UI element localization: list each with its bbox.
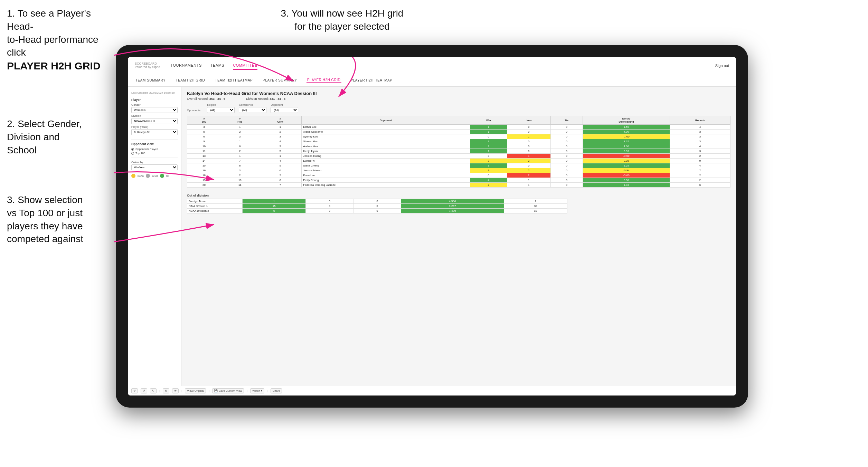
col-tie: Tie: [550, 116, 583, 125]
toolbar-view-original[interactable]: View: Original: [185, 388, 206, 393]
nav-sign-out[interactable]: Sign out: [715, 64, 729, 68]
cell-div: 16: [187, 168, 221, 173]
cell-win: 0: [470, 154, 507, 159]
cell-diff: 1.25: [583, 163, 670, 168]
cell-div: 5: [187, 130, 221, 134]
toolbar-sep4: |: [247, 389, 247, 392]
filter-region-group: Region (All): [207, 103, 235, 113]
cell-diff: -1.00: [583, 134, 670, 139]
cell-tie: 0: [550, 154, 583, 159]
col-loss: Loss: [507, 116, 550, 125]
main-content: Last Updated: 27/03/2024 16:55:38 Player…: [128, 87, 736, 386]
ood-label: NAIA Division 1: [187, 204, 243, 209]
cell-div: 19: [187, 178, 221, 183]
cell-conf: 7: [259, 183, 302, 188]
filter-region-select[interactable]: (All): [207, 107, 235, 113]
cell-loss: 1: [507, 178, 550, 183]
col-diff: Diff AvStrokes/Rnd: [583, 116, 670, 125]
col-reg: #Reg: [221, 116, 259, 125]
ood-table-row: Foreign Team 1 0 0 4.500 2: [187, 199, 567, 204]
filter-region-label: Region: [207, 103, 235, 106]
filter-conference-group: Conference (All): [239, 103, 266, 113]
ood-rounds: 10: [504, 209, 567, 213]
cell-div: 10: [187, 144, 221, 149]
radio-top100[interactable]: Top 100: [131, 152, 178, 155]
nav-links: TOURNAMENTS TEAMS COMMITTEE: [171, 61, 715, 70]
nav-tournaments[interactable]: TOURNAMENTS: [171, 61, 202, 70]
toolbar-undo2[interactable]: ↺: [141, 388, 147, 393]
subnav-player-h2h-heatmap[interactable]: PLAYER H2H HEATMAP: [350, 78, 393, 82]
sidebar-gender-select[interactable]: Women's: [131, 107, 178, 113]
cell-conf: 2: [259, 130, 302, 134]
cell-opponent: Sydney Kuo: [302, 134, 470, 139]
instruction-mid-line3: School: [7, 145, 37, 155]
cell-rounds: 2: [670, 173, 730, 178]
toolbar-refresh[interactable]: ⟳: [172, 388, 179, 393]
cell-win: 1: [470, 168, 507, 173]
toolbar-settings[interactable]: ⚙: [163, 388, 169, 393]
cell-div: 20: [187, 183, 221, 188]
nav-committee[interactable]: COMMITTEE: [233, 61, 257, 70]
cell-tie: 0: [550, 139, 583, 144]
subnav-team-summary[interactable]: TEAM SUMMARY: [135, 78, 167, 82]
cell-diff: 1.50: [583, 125, 670, 130]
instruction-bottom-line2: vs Top 100 or just: [7, 208, 83, 218]
instruction-line2: to-Head performance click: [7, 34, 98, 58]
toolbar-share[interactable]: Share: [271, 388, 282, 393]
radio-opponents-played[interactable]: Opponents Played: [131, 147, 178, 151]
toolbar-undo[interactable]: ↺: [131, 388, 138, 393]
sidebar-timestamp: Last Updated: 27/03/2024 16:55:38: [131, 91, 178, 95]
cell-rounds: 4: [670, 125, 730, 130]
division-record: Division Record: 331 - 34 - 6: [246, 97, 285, 101]
legend-down-dot: [131, 174, 135, 178]
cell-win: 2: [470, 144, 507, 149]
table-row: 20 11 7 Federica Domecq Lacroze 2 1 0 1.…: [187, 183, 730, 188]
cell-opponent: Emily Chang: [302, 178, 470, 183]
subnav-player-summary[interactable]: PLAYER SUMMARY: [262, 78, 298, 82]
h2h-table: #Div #Reg #Conf Opponent Win Loss Tie Di…: [187, 116, 730, 188]
filter-opponent-select[interactable]: (All): [271, 107, 298, 113]
table-row: 13 1 1 Jessica Huang 0 1 0 -3.00 2: [187, 154, 730, 159]
toolbar-sep3: |: [209, 389, 209, 392]
cell-rounds: 4: [670, 163, 730, 168]
cell-tie: 0: [550, 125, 583, 130]
cell-reg: 3: [221, 168, 259, 173]
subnav-team-h2h-grid[interactable]: TEAM H2H GRID: [175, 78, 206, 82]
cell-opponent: Esther Lee: [302, 125, 470, 130]
toolbar-save-custom[interactable]: 💾 Save Custom View: [212, 388, 244, 393]
toolbar-redo[interactable]: ↻: [150, 388, 157, 393]
cell-diff: 3.33: [583, 149, 670, 154]
logo-sub: Powered by clippd: [135, 66, 160, 69]
instruction-bold: PLAYER H2H GRID: [7, 60, 101, 72]
cell-reg: 3: [221, 134, 259, 139]
filter-conference-select[interactable]: (All): [239, 107, 266, 113]
cell-conf: 3: [259, 144, 302, 149]
cell-conf: 6: [259, 168, 302, 173]
legend-down-label: Down: [138, 175, 144, 177]
cell-conf: 4: [259, 139, 302, 144]
sidebar-opponent-view-title: Opponent view: [131, 142, 178, 146]
instruction-mid-line1: 2. Select Gender,: [7, 118, 82, 129]
sidebar-gender-label: Gender: [131, 103, 178, 106]
colour-legend: Down Level Up: [131, 174, 178, 178]
ood-label: NCAA Division 2: [187, 209, 243, 213]
cell-reg: 7: [221, 159, 259, 163]
filter-opponent-label: Opponent: [271, 103, 298, 106]
sidebar-division-select[interactable]: NCAA Division III: [131, 118, 178, 124]
overall-record-value: 353 - 34 - 6: [209, 97, 225, 101]
cell-loss: 0: [507, 163, 550, 168]
cell-diff: 4.00: [583, 144, 670, 149]
nav-bar: SCOREBOARD Powered by clippd TOURNAMENTS…: [128, 57, 736, 74]
nav-teams[interactable]: TEAMS: [210, 61, 224, 70]
sidebar-colour-by-select[interactable]: Win/loss: [131, 164, 178, 170]
sidebar-player-rank-select[interactable]: 8. Katelyn Vo: [131, 129, 178, 135]
instruction-bottom-line1: 3. Show selection: [7, 194, 83, 205]
toolbar: ↺ ↺ ↻ | ⚙ ⟳ | View: Original | 💾 Save Cu…: [128, 386, 736, 395]
subnav-player-h2h-grid[interactable]: PLAYER H2H GRID: [306, 78, 341, 83]
legend-level-dot: [146, 174, 150, 178]
subnav-team-h2h-heatmap[interactable]: TEAM H2H HEATMAP: [214, 78, 253, 82]
table-row: 15 8 5 Stella Cheng 1 0 0 1.25 4: [187, 163, 730, 168]
toolbar-watch[interactable]: Watch ▾: [250, 388, 264, 393]
filter-row: Opponents: Region (All) Conference (All): [187, 103, 730, 113]
cell-div: 15: [187, 163, 221, 168]
